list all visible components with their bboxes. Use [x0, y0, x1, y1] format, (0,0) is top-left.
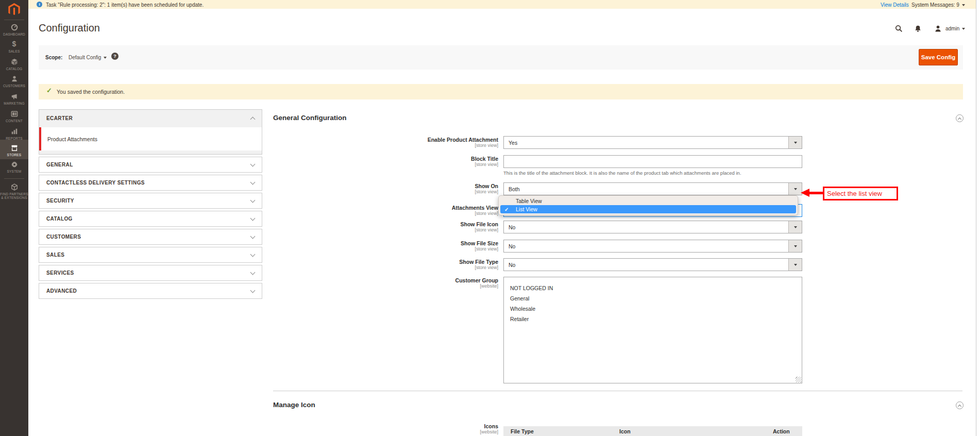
- sidebar-item-find-partners[interactable]: FIND PARTNERS & EXTENSIONS: [0, 182, 28, 199]
- field-label-enable-product-attachment: Enable Product Attachment [store view]: [330, 137, 498, 148]
- annotation-arrow-icon: [801, 189, 809, 197]
- multiselect-option[interactable]: NOT LOGGED IN: [510, 283, 802, 293]
- field-label-show-file-icon: Show File Icon [store view]: [330, 222, 498, 232]
- section-title-general-configuration: General Configuration: [273, 114, 347, 122]
- chevron-up-icon: [958, 117, 961, 121]
- block-title-note: This is the title of the attachment bloc…: [503, 170, 741, 176]
- sidebar-item-reports[interactable]: REPORTS: [0, 126, 28, 140]
- sidebar-item-label: CONTENT: [0, 119, 28, 123]
- sidebar-item-label: CUSTOMERS: [0, 84, 28, 88]
- chevron-down-icon: [250, 288, 256, 293]
- system-icon: [11, 161, 18, 168]
- nav-section-customers[interactable]: CUSTOMERS: [39, 229, 262, 245]
- bell-icon: [914, 25, 922, 32]
- multiselect-option[interactable]: Wholesale: [510, 304, 802, 314]
- scope-label: Scope:: [45, 55, 62, 60]
- nav-section-general[interactable]: GENERAL: [39, 157, 262, 173]
- sidebar-item-stores[interactable]: STORES: [0, 140, 28, 159]
- system-messages-count[interactable]: System Messages: 9: [911, 2, 965, 8]
- nav-item-product-attachments[interactable]: Product Attachments: [39, 127, 262, 150]
- field-label: Enable Product Attachment: [330, 137, 498, 143]
- multiselect-option[interactable]: Retailer: [510, 314, 802, 324]
- help-icon[interactable]: ?: [111, 53, 119, 60]
- block-title-input[interactable]: [503, 155, 802, 168]
- field-scope: [store view]: [330, 246, 498, 251]
- nav-section-catalog[interactable]: CATALOG: [39, 211, 262, 227]
- nav-section-label: SERVICES: [46, 270, 74, 276]
- dropdown-option-list-view[interactable]: ✓ List View: [500, 205, 796, 213]
- select-enable-product-attachment[interactable]: Yes: [503, 136, 802, 149]
- select-value: No: [509, 243, 515, 249]
- nav-section-label: GENERAL: [46, 162, 73, 167]
- nav-section-advanced[interactable]: ADVANCED: [39, 283, 262, 299]
- nav-section-label: CUSTOMERS: [46, 234, 81, 240]
- user-icon: [934, 25, 942, 32]
- chevron-down-icon: [250, 215, 256, 221]
- field-label: Show File Icon: [330, 222, 498, 227]
- collapse-section-button[interactable]: [956, 401, 964, 409]
- scope-band: [39, 45, 963, 70]
- chevron-up-icon: [250, 116, 256, 122]
- sidebar-item-dashboard[interactable]: DASHBOARD: [0, 22, 28, 36]
- field-label: Attachments View: [330, 205, 498, 211]
- success-message-text: You saved the configuration.: [57, 89, 125, 95]
- notifications-button[interactable]: [914, 24, 922, 33]
- select-caret: [788, 240, 802, 252]
- sidebar-item-system[interactable]: SYSTEM: [0, 159, 28, 173]
- field-label: Show File Type: [330, 259, 498, 265]
- check-icon: ✓: [504, 207, 512, 212]
- select-show-file-size[interactable]: No: [503, 240, 802, 253]
- nav-section-contactless-delivery[interactable]: CONTACTLESS DELIVERY SETTINGS: [39, 175, 262, 191]
- sidebar-item-label: SALES: [0, 49, 28, 53]
- dropdown-option-table-view[interactable]: Table View: [500, 197, 796, 205]
- chevron-down-icon: [250, 251, 256, 257]
- account-menu[interactable]: admin: [945, 26, 965, 31]
- select-value: Yes: [509, 140, 517, 146]
- sidebar-item-content[interactable]: CONTENT: [0, 109, 28, 123]
- sidebar-item-catalog[interactable]: CATALOG: [0, 57, 28, 71]
- sidebar-item-label: DASHBOARD: [0, 32, 28, 36]
- column-header-icon: Icon: [619, 428, 773, 434]
- scrollbar-track[interactable]: [976, 0, 976, 436]
- nav-section-services[interactable]: SERVICES: [39, 265, 262, 281]
- scope-switcher[interactable]: Default Config: [69, 55, 107, 60]
- search-icon: [895, 25, 903, 32]
- system-messages-label: System Messages: 9: [911, 2, 959, 8]
- resize-handle[interactable]: [796, 377, 801, 382]
- magento-logo[interactable]: [0, 3, 28, 16]
- chevron-up-icon: [958, 404, 961, 408]
- nav-section-ecarter: ECARTER Product Attachments: [39, 109, 262, 155]
- sales-icon: $: [12, 40, 16, 48]
- select-show-on[interactable]: Both: [503, 182, 802, 195]
- sidebar-item-customers[interactable]: CUSTOMERS: [0, 74, 28, 88]
- sidebar-item-sales[interactable]: $ SALES: [0, 39, 28, 53]
- customers-icon: [11, 75, 18, 82]
- info-icon: i: [37, 2, 42, 7]
- caret-down-icon: [794, 245, 797, 247]
- account-button[interactable]: [934, 24, 942, 33]
- catalog-icon: [11, 58, 18, 65]
- sidebar-item-label: STORES: [0, 153, 28, 157]
- select-caret[interactable]: [788, 183, 802, 195]
- sidebar-item-label: SYSTEM: [0, 170, 28, 173]
- nav-section-security[interactable]: SECURITY: [39, 193, 262, 209]
- nav-section-header-ecarter[interactable]: ECARTER: [39, 110, 262, 127]
- search-button[interactable]: [895, 24, 903, 33]
- marketing-icon: [11, 93, 18, 100]
- field-label: Customer Group: [330, 278, 498, 283]
- nav-section-sales[interactable]: SALES: [39, 247, 262, 263]
- save-config-button[interactable]: Save Config: [919, 49, 958, 65]
- customer-group-multiselect[interactable]: NOT LOGGED IN General Wholesale Retailer: [503, 277, 802, 383]
- select-show-file-type[interactable]: No: [503, 258, 802, 271]
- config-nav: ECARTER Product Attachments GENERAL CONT…: [39, 109, 262, 299]
- view-details-link[interactable]: View Details: [881, 2, 909, 8]
- success-message: [39, 84, 963, 99]
- reports-icon: [11, 128, 18, 135]
- chevron-down-icon: [250, 197, 256, 203]
- collapse-section-button[interactable]: [956, 114, 964, 122]
- select-show-file-icon[interactable]: No: [503, 221, 802, 233]
- dropdown-option-label: List View: [516, 206, 537, 212]
- caret-down-icon: [794, 142, 797, 144]
- multiselect-option[interactable]: General: [510, 293, 802, 304]
- sidebar-item-marketing[interactable]: MARKETING: [0, 91, 28, 105]
